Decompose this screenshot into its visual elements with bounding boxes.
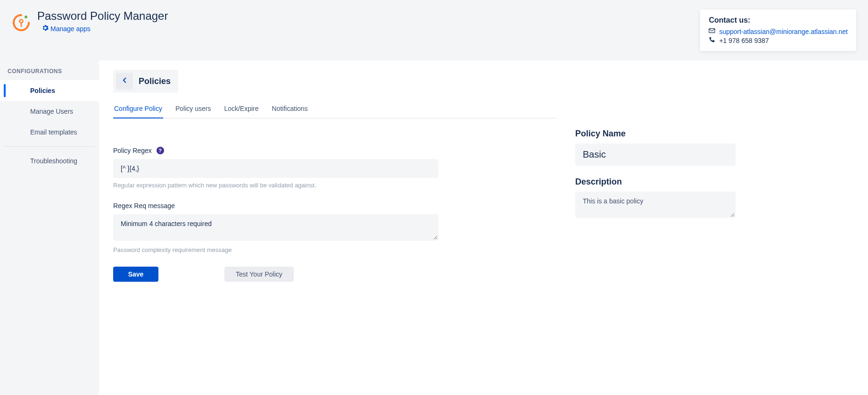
field-policy-regex: Policy Regex ? Regular expression patter… bbox=[113, 147, 556, 189]
field-label: Regex Req message bbox=[113, 202, 556, 210]
sidebar-section-title: CONFIGURATIONS bbox=[0, 60, 99, 80]
field-regex-message: Regex Req message Password complexity re… bbox=[113, 202, 556, 253]
sidebar-item-label: Manage Users bbox=[30, 108, 73, 115]
main-left: Policies Configure Policy Policy users L… bbox=[113, 70, 556, 393]
tab-lock-expire[interactable]: Lock/Expire bbox=[223, 101, 259, 118]
sidebar-item-label: Troubleshooting bbox=[30, 157, 77, 165]
save-button[interactable]: Save bbox=[113, 267, 158, 282]
button-row: Save Test Your Policy bbox=[113, 267, 556, 282]
tab-label: Lock/Expire bbox=[224, 105, 258, 112]
regex-message-textarea[interactable] bbox=[113, 214, 438, 241]
field-hint: Regular expression pattern which new pas… bbox=[113, 182, 556, 189]
contact-box: Contact us: support-atlassian@miniorange… bbox=[700, 9, 856, 51]
field-hint: Password complexity requirement message bbox=[113, 246, 556, 253]
tab-policy-users[interactable]: Policy users bbox=[174, 101, 212, 118]
contact-phone-text: +1 978 658 9387 bbox=[719, 37, 769, 44]
tab-label: Policy users bbox=[175, 105, 211, 112]
gear-icon bbox=[42, 25, 49, 33]
sidebar-item-label: Policies bbox=[30, 87, 55, 94]
contact-email-link[interactable]: support-atlassian@miniorange.atlassian.n… bbox=[719, 28, 848, 35]
title-area: Password Policy Manager Manage apps bbox=[37, 9, 168, 33]
app-title: Password Policy Manager bbox=[37, 9, 168, 23]
sidebar-item-troubleshooting[interactable]: Troubleshooting bbox=[0, 151, 99, 171]
main: Policies Configure Policy Policy users L… bbox=[99, 60, 868, 395]
envelope-icon bbox=[709, 27, 715, 35]
manage-apps-label: Manage apps bbox=[50, 25, 91, 33]
app-logo-icon bbox=[12, 13, 31, 32]
test-policy-button[interactable]: Test Your Policy bbox=[224, 267, 294, 282]
policy-name-input[interactable] bbox=[575, 143, 736, 166]
tab-label: Notifications bbox=[272, 105, 308, 112]
sidebar-item-manage-users[interactable]: Manage Users bbox=[0, 101, 99, 122]
description-label: Description bbox=[575, 177, 736, 187]
contact-title: Contact us: bbox=[709, 16, 848, 25]
field-label-text: Policy Regex bbox=[113, 147, 152, 154]
content-wrap: CONFIGURATIONS Policies Manage Users Ema… bbox=[0, 60, 868, 395]
field-label-text: Regex Req message bbox=[113, 202, 175, 210]
sidebar-item-label: Email templates bbox=[30, 128, 77, 136]
contact-email-row: support-atlassian@miniorange.atlassian.n… bbox=[709, 27, 848, 35]
help-icon[interactable]: ? bbox=[157, 147, 164, 154]
page-heading: Policies bbox=[139, 76, 171, 86]
phone-icon bbox=[709, 36, 715, 44]
tabs: Configure Policy Policy users Lock/Expir… bbox=[113, 101, 556, 118]
contact-phone-row: +1 978 658 9387 bbox=[709, 36, 848, 44]
header: Password Policy Manager Manage apps Cont… bbox=[0, 0, 868, 60]
description-textarea[interactable] bbox=[575, 192, 736, 218]
chevron-left-icon bbox=[120, 76, 129, 86]
sidebar-divider bbox=[4, 146, 95, 147]
tab-label: Configure Policy bbox=[114, 105, 162, 112]
page-heading-wrap: Policies bbox=[113, 70, 178, 92]
main-right: Policy Name Description bbox=[575, 70, 736, 393]
field-label: Policy Regex ? bbox=[113, 147, 556, 154]
manage-apps-link[interactable]: Manage apps bbox=[37, 25, 168, 33]
sidebar-item-policies[interactable]: Policies bbox=[0, 80, 99, 101]
policy-name-label: Policy Name bbox=[575, 129, 736, 139]
sidebar: CONFIGURATIONS Policies Manage Users Ema… bbox=[0, 60, 99, 395]
tab-configure-policy[interactable]: Configure Policy bbox=[113, 101, 163, 118]
back-button[interactable] bbox=[116, 73, 133, 90]
header-left: Password Policy Manager Manage apps bbox=[12, 9, 168, 33]
svg-rect-3 bbox=[709, 29, 715, 33]
svg-point-0 bbox=[25, 16, 27, 18]
policy-regex-input[interactable] bbox=[113, 159, 438, 178]
sidebar-item-email-templates[interactable]: Email templates bbox=[0, 122, 99, 143]
tab-notifications[interactable]: Notifications bbox=[271, 101, 309, 118]
